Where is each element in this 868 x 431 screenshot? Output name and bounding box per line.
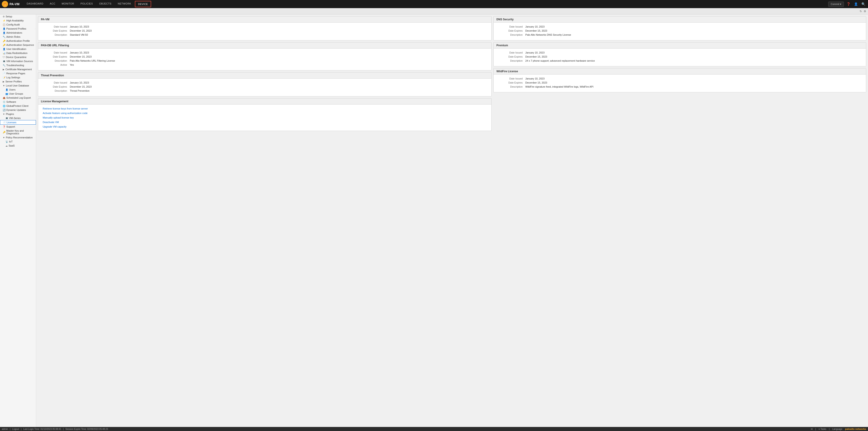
pavm-card-header: PA-VM (38, 16, 491, 23)
settings-icon[interactable]: ⚙ (864, 10, 866, 13)
server-scroll: · (35, 80, 35, 83)
nav-dashboard[interactable]: DASHBOARD (24, 1, 46, 7)
admin-icon: 👤 (3, 32, 5, 34)
pavm-date-issued-row: Date Issued January 10, 2023 (43, 25, 487, 28)
vm-series-icon: 💻 (5, 117, 8, 120)
logout-link[interactable]: Logout (12, 428, 19, 430)
refresh-icon[interactable]: ↻ (860, 10, 862, 13)
sidebar-item-vm-info[interactable]: 💻 VM Information Sources (0, 59, 36, 63)
sidebar-item-troubleshoot[interactable]: 🔧 Troubleshooting (0, 63, 36, 67)
users-icon: 👤 (5, 89, 8, 91)
pandb-date-issued-value: January 10, 2023 (70, 51, 89, 54)
sidebar-item-scheduled-log[interactable]: 📤 Scheduled Log Export (0, 96, 36, 100)
sidebar-item-server-profiles[interactable]: ▶ Server Profiles · (0, 79, 36, 84)
sidebar-item-administrators[interactable]: 👤 Administrators (0, 31, 36, 35)
sidebar-item-password-profiles[interactable]: 👤 Password Profiles · (0, 27, 36, 31)
premium-date-issued-label: Date Issued (498, 51, 525, 54)
premium-date-expires-value: December 15, 2023 (525, 55, 547, 58)
sidebar-item-high-availability[interactable]: ⚡ High Availability (0, 19, 36, 23)
sidebar-item-device-quarantine[interactable]: 🛡 Device Quarantine (0, 55, 36, 59)
premium-desc-row: Description 24 x 7 phone support; advanc… (498, 59, 862, 62)
sidebar-item-vm-series[interactable]: 💻 VM-Series (0, 116, 36, 120)
sidebar-item-user-groups[interactable]: 👥 User Groups (0, 92, 36, 96)
sidebar-item-software[interactable]: 💿 Software (0, 100, 36, 104)
sidebar-item-saas[interactable]: ☁ SaaS (0, 143, 36, 148)
deactivate-vm-link[interactable]: Deactivate VM (38, 120, 491, 124)
password-icon: 👤 (3, 28, 5, 30)
sidebar-item-globalprotect[interactable]: 🌐 GlobalProtect Client (0, 104, 36, 108)
status-separator3: | (63, 428, 64, 430)
sidebar-item-iot[interactable]: 📡 IoT (0, 139, 36, 143)
sidebar-item-auth-profile[interactable]: 🔑 Authentication Profile (0, 39, 36, 43)
sidebar-item-plugins[interactable]: ▼ Plugins (0, 112, 36, 116)
sidebar-item-auth-sequence[interactable]: 🔑 Authentication Sequence (0, 43, 36, 47)
nav-policies[interactable]: POLICIES (78, 1, 96, 7)
content-right: DNS Security Date Issued January 10, 202… (493, 16, 866, 425)
sidebar-item-support[interactable]: ❓ Support · (0, 125, 36, 129)
wildfire-card-body: Date Issued January 10, 2023 Date Expire… (494, 74, 866, 92)
tasks-link[interactable]: ≡ Tasks (818, 428, 826, 430)
mail-icon[interactable]: ✉ (811, 428, 813, 430)
sidebar: ⚙ Setup ⚡ High Availability 📋 Config Aud… (0, 14, 36, 427)
dns-date-expires-label: Date Expires (498, 29, 525, 32)
sidebar-item-config-audit[interactable]: 📋 Config Audit (0, 23, 36, 27)
dns-desc-row: Description Palo Alto Networks DNS Secur… (498, 33, 862, 36)
nav-network[interactable]: NETWORK (115, 1, 134, 7)
search-icon[interactable]: 🔍 (861, 1, 866, 7)
pavm-date-expires-label: Date Expires (43, 29, 70, 32)
language-link[interactable]: Language (832, 428, 842, 430)
license-mgmt-header: License Management (38, 98, 491, 104)
pandb-date-expires-value: December 15, 2023 (70, 55, 92, 58)
threat-card-body: Date Issued January 10, 2023 Date Expire… (38, 78, 491, 96)
nav-monitor[interactable]: MONITOR (59, 1, 77, 7)
premium-desc-label: Description (498, 59, 525, 62)
premium-date-issued-value: January 10, 2023 (525, 51, 545, 54)
wildfire-date-expires-row: Date Expires December 15, 2023 (498, 81, 862, 84)
wildfire-date-expires-value: December 15, 2023 (525, 81, 547, 84)
sidebar-item-dynamic-updates[interactable]: 🔄 Dynamic Updates · (0, 108, 36, 112)
sidebar-item-policy-rec[interactable]: ▼ Policy Recommendation (0, 135, 36, 139)
dns-date-expires-value: December 15, 2023 (525, 29, 547, 32)
nav-objects[interactable]: OBJECTS (96, 1, 114, 7)
threat-desc-label: Description (43, 90, 70, 92)
sidebar-item-users[interactable]: 👤 Users (0, 88, 36, 92)
upgrade-vm-link[interactable]: Upgrade VM capacity (38, 124, 491, 129)
help-icon[interactable]: ❓ (846, 1, 851, 7)
sidebar-item-local-user-db[interactable]: ▼ Local User Database (0, 84, 36, 88)
setup-icon: ⚙ (3, 15, 5, 18)
nav-device[interactable]: DEVICE (135, 1, 151, 7)
threat-date-expires-row: Date Expires December 15, 2023 (43, 85, 487, 88)
status-bar: admin | Logout | Last Login Time: 01/10/… (0, 427, 868, 431)
sidebar-item-user-id[interactable]: 👤 User Identification (0, 47, 36, 51)
sidebar-item-log-settings[interactable]: 📝 Log Settings (0, 75, 36, 79)
commit-button[interactable]: Commit ▾ (828, 2, 844, 7)
status-user: admin (2, 428, 8, 430)
auth-profile-icon: 🔑 (3, 40, 5, 42)
pavm-date-expires-value: December 15, 2023 (70, 29, 92, 32)
status-left: admin | Logout | Last Login Time: 01/10/… (2, 428, 108, 430)
sidebar-item-data-redist[interactable]: 📊 Data Redistribution (0, 51, 36, 55)
retrieve-license-link[interactable]: Retrieve license keys from license serve… (38, 106, 491, 111)
threat-date-issued-value: January 10, 2023 (70, 81, 89, 84)
pandb-date-expires-row: Date Expires December 15, 2023 (43, 55, 487, 58)
activate-feature-link[interactable]: Activate feature using authorization cod… (38, 111, 491, 115)
sidebar-item-admin-roles[interactable]: 🔧 Admin Roles (0, 35, 36, 39)
data-redist-icon: 📊 (3, 52, 5, 55)
session-expire-text: Session Expire Time: 02/09/2023 05:48:23 (65, 428, 108, 430)
license-mgmt-body: Retrieve license keys from license serve… (38, 104, 491, 131)
pandb-desc-row: Description Palo Alto Networks URL Filte… (43, 59, 487, 62)
sidebar-item-response-pages[interactable]: 📄 Response Pages (0, 71, 36, 75)
pandb-card: PAN-DB URL Filtering Date Issued January… (38, 42, 492, 70)
sidebar-item-setup[interactable]: ⚙ Setup (0, 14, 36, 19)
sidebar-item-licenses[interactable]: 📄 Licenses (0, 120, 36, 125)
threat-date-issued-label: Date Issued (43, 81, 70, 84)
sidebar-item-master-key[interactable]: 🔑 Master Key and Diagnostics (0, 129, 36, 135)
threat-desc-row: Description Threat Prevention (43, 90, 487, 92)
sidebar-item-cert-mgmt[interactable]: ▶ Certificate Management (0, 67, 36, 71)
user-icon[interactable]: 👤 (853, 1, 859, 7)
nav-acc[interactable]: ACC (47, 1, 58, 7)
vm-info-icon: 💻 (3, 60, 5, 63)
upload-license-link[interactable]: Manually upload license key (38, 115, 491, 120)
software-icon: 💿 (3, 101, 5, 103)
dynamic-icon: 🔄 (3, 109, 5, 111)
